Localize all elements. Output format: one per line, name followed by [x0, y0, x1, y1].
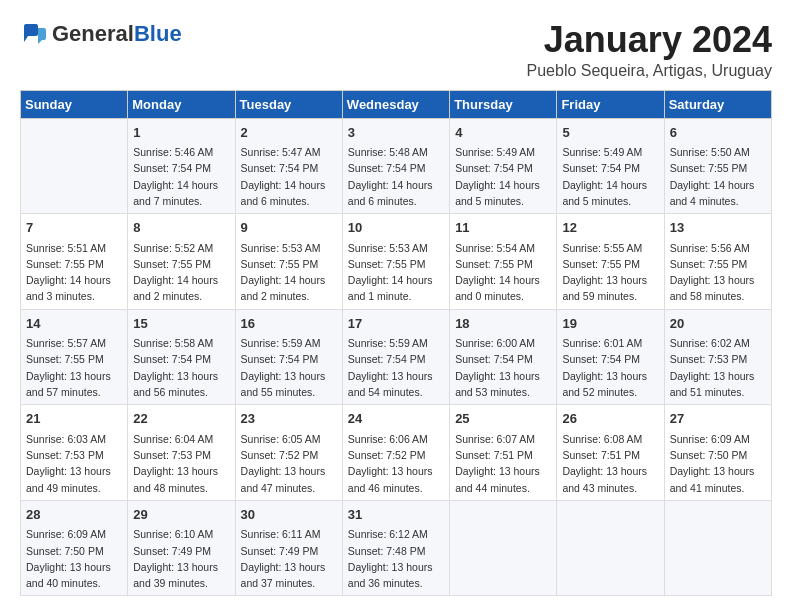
week-row-1: 1Sunrise: 5:46 AMSunset: 7:54 PMDaylight… [21, 118, 772, 214]
calendar-cell: 17Sunrise: 5:59 AMSunset: 7:54 PMDayligh… [342, 309, 449, 405]
day-number: 1 [133, 123, 229, 143]
day-number: 27 [670, 409, 766, 429]
calendar-cell: 7Sunrise: 5:51 AMSunset: 7:55 PMDaylight… [21, 214, 128, 310]
cell-content: Sunrise: 5:53 AMSunset: 7:55 PMDaylight:… [348, 240, 444, 305]
week-row-2: 7Sunrise: 5:51 AMSunset: 7:55 PMDaylight… [21, 214, 772, 310]
calendar-cell: 12Sunrise: 5:55 AMSunset: 7:55 PMDayligh… [557, 214, 664, 310]
column-header-sunday: Sunday [21, 90, 128, 118]
week-row-3: 14Sunrise: 5:57 AMSunset: 7:55 PMDayligh… [21, 309, 772, 405]
cell-content: Sunrise: 6:11 AMSunset: 7:49 PMDaylight:… [241, 526, 337, 591]
cell-content: Sunrise: 6:12 AMSunset: 7:48 PMDaylight:… [348, 526, 444, 591]
cell-content: Sunrise: 6:09 AMSunset: 7:50 PMDaylight:… [670, 431, 766, 496]
day-number: 25 [455, 409, 551, 429]
calendar-cell: 8Sunrise: 5:52 AMSunset: 7:55 PMDaylight… [128, 214, 235, 310]
day-number: 5 [562, 123, 658, 143]
cell-content: Sunrise: 5:55 AMSunset: 7:55 PMDaylight:… [562, 240, 658, 305]
day-number: 31 [348, 505, 444, 525]
day-number: 15 [133, 314, 229, 334]
day-number: 4 [455, 123, 551, 143]
calendar-cell: 22Sunrise: 6:04 AMSunset: 7:53 PMDayligh… [128, 405, 235, 501]
title-block: January 2024 Pueblo Sequeira, Artigas, U… [527, 20, 772, 80]
cell-content: Sunrise: 5:59 AMSunset: 7:54 PMDaylight:… [241, 335, 337, 400]
day-number: 3 [348, 123, 444, 143]
cell-content: Sunrise: 6:07 AMSunset: 7:51 PMDaylight:… [455, 431, 551, 496]
day-number: 21 [26, 409, 122, 429]
column-header-thursday: Thursday [450, 90, 557, 118]
cell-content: Sunrise: 5:58 AMSunset: 7:54 PMDaylight:… [133, 335, 229, 400]
cell-content: Sunrise: 5:59 AMSunset: 7:54 PMDaylight:… [348, 335, 444, 400]
day-number: 17 [348, 314, 444, 334]
calendar-cell: 10Sunrise: 5:53 AMSunset: 7:55 PMDayligh… [342, 214, 449, 310]
location: Pueblo Sequeira, Artigas, Uruguay [527, 62, 772, 80]
day-number: 12 [562, 218, 658, 238]
column-header-wednesday: Wednesday [342, 90, 449, 118]
cell-content: Sunrise: 5:47 AMSunset: 7:54 PMDaylight:… [241, 144, 337, 209]
calendar-cell: 19Sunrise: 6:01 AMSunset: 7:54 PMDayligh… [557, 309, 664, 405]
column-header-tuesday: Tuesday [235, 90, 342, 118]
cell-content: Sunrise: 5:50 AMSunset: 7:55 PMDaylight:… [670, 144, 766, 209]
logo: GeneralBlue [20, 20, 182, 48]
calendar-cell: 2Sunrise: 5:47 AMSunset: 7:54 PMDaylight… [235, 118, 342, 214]
cell-content: Sunrise: 6:04 AMSunset: 7:53 PMDaylight:… [133, 431, 229, 496]
day-number: 11 [455, 218, 551, 238]
day-number: 13 [670, 218, 766, 238]
cell-content: Sunrise: 5:49 AMSunset: 7:54 PMDaylight:… [562, 144, 658, 209]
cell-content: Sunrise: 5:56 AMSunset: 7:55 PMDaylight:… [670, 240, 766, 305]
cell-content: Sunrise: 5:46 AMSunset: 7:54 PMDaylight:… [133, 144, 229, 209]
calendar-cell: 29Sunrise: 6:10 AMSunset: 7:49 PMDayligh… [128, 500, 235, 596]
day-number: 8 [133, 218, 229, 238]
cell-content: Sunrise: 6:05 AMSunset: 7:52 PMDaylight:… [241, 431, 337, 496]
calendar-cell: 13Sunrise: 5:56 AMSunset: 7:55 PMDayligh… [664, 214, 771, 310]
cell-content: Sunrise: 6:06 AMSunset: 7:52 PMDaylight:… [348, 431, 444, 496]
calendar-cell: 30Sunrise: 6:11 AMSunset: 7:49 PMDayligh… [235, 500, 342, 596]
calendar-cell [450, 500, 557, 596]
logo-icon [20, 20, 48, 48]
calendar-cell: 14Sunrise: 5:57 AMSunset: 7:55 PMDayligh… [21, 309, 128, 405]
calendar-cell: 26Sunrise: 6:08 AMSunset: 7:51 PMDayligh… [557, 405, 664, 501]
day-number: 6 [670, 123, 766, 143]
cell-content: Sunrise: 6:08 AMSunset: 7:51 PMDaylight:… [562, 431, 658, 496]
day-number: 7 [26, 218, 122, 238]
calendar-cell: 4Sunrise: 5:49 AMSunset: 7:54 PMDaylight… [450, 118, 557, 214]
day-number: 20 [670, 314, 766, 334]
calendar-cell: 31Sunrise: 6:12 AMSunset: 7:48 PMDayligh… [342, 500, 449, 596]
calendar-cell: 3Sunrise: 5:48 AMSunset: 7:54 PMDaylight… [342, 118, 449, 214]
cell-content: Sunrise: 6:09 AMSunset: 7:50 PMDaylight:… [26, 526, 122, 591]
calendar-cell: 15Sunrise: 5:58 AMSunset: 7:54 PMDayligh… [128, 309, 235, 405]
logo-blue-text: Blue [134, 21, 182, 46]
day-number: 18 [455, 314, 551, 334]
cell-content: Sunrise: 5:48 AMSunset: 7:54 PMDaylight:… [348, 144, 444, 209]
cell-content: Sunrise: 5:49 AMSunset: 7:54 PMDaylight:… [455, 144, 551, 209]
calendar-body: 1Sunrise: 5:46 AMSunset: 7:54 PMDaylight… [21, 118, 772, 596]
calendar-cell: 11Sunrise: 5:54 AMSunset: 7:55 PMDayligh… [450, 214, 557, 310]
cell-content: Sunrise: 6:02 AMSunset: 7:53 PMDaylight:… [670, 335, 766, 400]
cell-content: Sunrise: 6:00 AMSunset: 7:54 PMDaylight:… [455, 335, 551, 400]
day-number: 10 [348, 218, 444, 238]
cell-content: Sunrise: 5:53 AMSunset: 7:55 PMDaylight:… [241, 240, 337, 305]
cell-content: Sunrise: 5:51 AMSunset: 7:55 PMDaylight:… [26, 240, 122, 305]
calendar-cell: 6Sunrise: 5:50 AMSunset: 7:55 PMDaylight… [664, 118, 771, 214]
cell-content: Sunrise: 5:52 AMSunset: 7:55 PMDaylight:… [133, 240, 229, 305]
day-number: 22 [133, 409, 229, 429]
column-header-monday: Monday [128, 90, 235, 118]
calendar-cell: 18Sunrise: 6:00 AMSunset: 7:54 PMDayligh… [450, 309, 557, 405]
calendar-table: SundayMondayTuesdayWednesdayThursdayFrid… [20, 90, 772, 597]
cell-content: Sunrise: 5:57 AMSunset: 7:55 PMDaylight:… [26, 335, 122, 400]
day-number: 29 [133, 505, 229, 525]
calendar-cell: 5Sunrise: 5:49 AMSunset: 7:54 PMDaylight… [557, 118, 664, 214]
cell-content: Sunrise: 6:10 AMSunset: 7:49 PMDaylight:… [133, 526, 229, 591]
calendar-cell: 28Sunrise: 6:09 AMSunset: 7:50 PMDayligh… [21, 500, 128, 596]
day-number: 26 [562, 409, 658, 429]
column-header-saturday: Saturday [664, 90, 771, 118]
week-row-4: 21Sunrise: 6:03 AMSunset: 7:53 PMDayligh… [21, 405, 772, 501]
day-number: 30 [241, 505, 337, 525]
calendar-cell: 24Sunrise: 6:06 AMSunset: 7:52 PMDayligh… [342, 405, 449, 501]
calendar-cell: 25Sunrise: 6:07 AMSunset: 7:51 PMDayligh… [450, 405, 557, 501]
page-header: GeneralBlue January 2024 Pueblo Sequeira… [20, 20, 772, 80]
month-title: January 2024 [527, 20, 772, 60]
calendar-cell: 9Sunrise: 5:53 AMSunset: 7:55 PMDaylight… [235, 214, 342, 310]
calendar-cell: 21Sunrise: 6:03 AMSunset: 7:53 PMDayligh… [21, 405, 128, 501]
calendar-cell: 27Sunrise: 6:09 AMSunset: 7:50 PMDayligh… [664, 405, 771, 501]
logo-general-text: General [52, 21, 134, 46]
day-number: 9 [241, 218, 337, 238]
